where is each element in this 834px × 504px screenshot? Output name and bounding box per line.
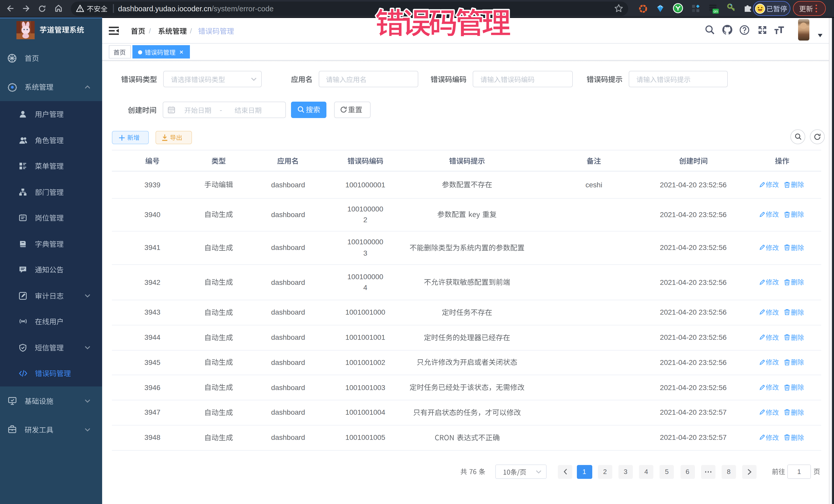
svg-text:on: on [714,9,718,13]
